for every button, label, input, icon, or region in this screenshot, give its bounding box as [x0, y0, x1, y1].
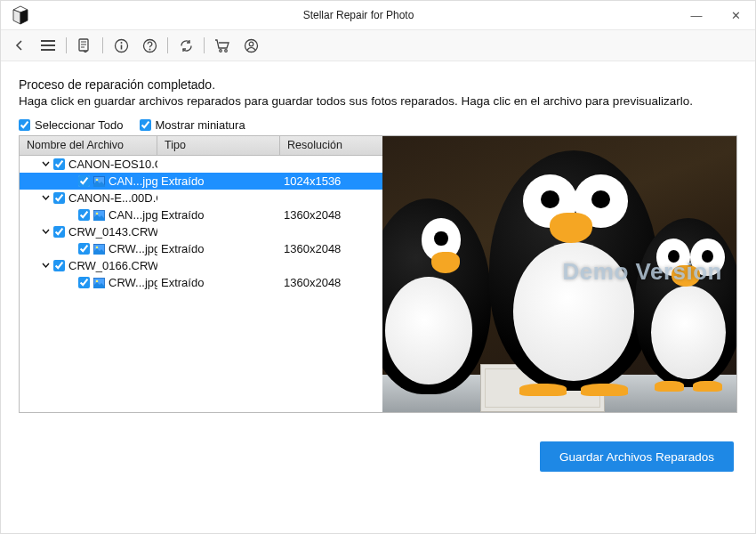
svg-point-2 — [120, 42, 122, 44]
cell-filename: CRW...jpg — [20, 242, 157, 255]
expand-icon[interactable] — [42, 227, 50, 237]
cell-type: Extraído — [157, 208, 280, 222]
file-icon — [93, 244, 105, 255]
row-checkbox[interactable] — [78, 243, 90, 255]
toolbar-separator — [66, 37, 67, 53]
svg-point-10 — [96, 178, 99, 181]
column-resolution[interactable]: Resolución — [280, 136, 382, 155]
user-icon — [244, 38, 259, 53]
show-thumbnail-label: Mostrar miniatura — [156, 118, 245, 132]
cell-type: Extraído — [157, 276, 280, 289]
menu-button[interactable] — [35, 32, 61, 59]
expand-icon[interactable] — [42, 159, 50, 169]
list-header: Nombre del Archivo Tipo Resolución — [20, 136, 382, 156]
close-button[interactable]: ✕ — [716, 1, 755, 29]
show-thumbnail-checkbox[interactable]: Mostrar miniatura — [140, 118, 245, 132]
filename-text: CRW...jpg — [109, 276, 157, 289]
tree-child-row[interactable]: CRW...jpgExtraído1360x2048 — [20, 274, 382, 291]
column-type[interactable]: Tipo — [157, 136, 280, 155]
row-checkbox[interactable] — [53, 260, 65, 271]
file-icon — [93, 278, 105, 288]
filename-text: CRW...jpg — [109, 242, 157, 255]
preview-penguin-right — [635, 218, 736, 387]
titlebar: Stellar Repair for Photo — ✕ — [1, 1, 755, 29]
cell-filename: CANON-E...00D.CRW — [20, 191, 157, 205]
log-icon — [77, 38, 92, 53]
options-row: Seleccionar Todo Mostrar miniatura — [19, 118, 737, 132]
content-area: Proceso de reparación completado. Haga c… — [1, 61, 755, 413]
expand-icon[interactable] — [42, 193, 50, 203]
filename-text: CAN...jpg — [109, 208, 157, 222]
minimize-button[interactable]: — — [677, 1, 716, 29]
page-subheading: Haga click en guardar archivos reparados… — [19, 93, 737, 109]
toolbar-separator — [167, 37, 168, 53]
cell-resolution: 1360x2048 — [280, 242, 382, 255]
user-button[interactable] — [237, 32, 264, 59]
info-button[interactable] — [108, 32, 134, 59]
window-title: Stellar Repair for Photo — [40, 9, 677, 21]
toolbar-separator — [102, 37, 103, 53]
select-all-input[interactable] — [19, 119, 30, 131]
tree-child-row[interactable]: CAN...jpgExtraído1360x2048 — [20, 206, 382, 223]
column-name[interactable]: Nombre del Archivo — [20, 136, 157, 155]
preview-panel: Demo Version — [382, 136, 736, 412]
row-checkbox[interactable] — [78, 209, 90, 221]
cell-resolution: 1024x1536 — [280, 174, 382, 188]
cell-filename: CRW_0143.CRW — [20, 225, 157, 239]
cell-filename: CANON-EOS10.CRW — [20, 158, 157, 171]
cart-icon — [214, 38, 230, 53]
cell-resolution: 1360x2048 — [280, 276, 382, 289]
toolbar — [1, 29, 755, 61]
tree-parent-row[interactable]: CANON-E...00D.CRW — [20, 190, 382, 206]
preview-penguin-left — [382, 198, 491, 394]
expand-icon[interactable] — [42, 261, 50, 271]
cart-button[interactable] — [209, 32, 236, 59]
row-checkbox[interactable] — [53, 158, 65, 170]
file-icon — [93, 210, 105, 221]
tree-child-row[interactable]: CAN...jpgExtraído1024x1536 — [20, 173, 382, 190]
filename-text: CAN...jpg — [109, 174, 157, 188]
file-icon — [93, 176, 105, 187]
cell-resolution: 1360x2048 — [280, 208, 382, 222]
footer: Guardar Archivos Reparados — [1, 413, 755, 472]
row-checkbox[interactable] — [53, 192, 65, 204]
cell-type: Extraído — [157, 174, 280, 188]
log-button[interactable] — [71, 32, 98, 59]
cell-filename: CAN...jpg — [20, 174, 157, 188]
show-thumbnail-input[interactable] — [140, 119, 151, 131]
svg-point-6 — [225, 49, 228, 52]
window-controls: — ✕ — [677, 1, 755, 29]
cell-filename: CRW_0166.CRW — [20, 259, 157, 272]
info-icon — [114, 38, 129, 53]
svg-point-5 — [220, 49, 222, 52]
refresh-button[interactable] — [173, 32, 199, 59]
filename-text: CANON-EOS10.CRW — [68, 158, 157, 171]
back-button[interactable] — [6, 32, 33, 59]
select-all-checkbox[interactable]: Seleccionar Todo — [19, 118, 124, 132]
refresh-icon — [179, 38, 194, 53]
tree-parent-row[interactable]: CRW_0166.CRW — [20, 257, 382, 274]
save-repaired-button[interactable]: Guardar Archivos Reparados — [540, 441, 734, 472]
tree-child-row[interactable]: CRW...jpgExtraído1360x2048 — [20, 240, 382, 257]
back-icon — [12, 38, 27, 53]
row-checkbox[interactable] — [78, 277, 90, 288]
minimize-icon: — — [691, 9, 703, 22]
close-icon: ✕ — [731, 9, 741, 22]
filename-text: CRW_0166.CRW — [68, 259, 157, 272]
tree-parent-row[interactable]: CRW_0143.CRW — [20, 223, 382, 240]
row-checkbox[interactable] — [53, 226, 65, 238]
help-icon — [142, 38, 157, 53]
page-heading: Proceso de reparación completado. — [19, 77, 737, 92]
preview-image: Demo Version — [382, 136, 736, 412]
list-body[interactable]: CANON-EOS10.CRWCAN...jpgExtraído1024x153… — [20, 156, 382, 412]
row-checkbox[interactable] — [78, 175, 90, 187]
filename-text: CANON-E...00D.CRW — [68, 191, 157, 205]
toolbar-separator — [204, 37, 205, 53]
help-button[interactable] — [136, 32, 163, 59]
tree-parent-row[interactable]: CANON-EOS10.CRW — [20, 156, 382, 173]
app-logo-icon — [8, 3, 33, 28]
svg-point-4 — [149, 48, 150, 50]
select-all-label: Seleccionar Todo — [35, 118, 124, 132]
svg-point-12 — [96, 212, 99, 214]
cell-type: Extraído — [157, 242, 280, 255]
